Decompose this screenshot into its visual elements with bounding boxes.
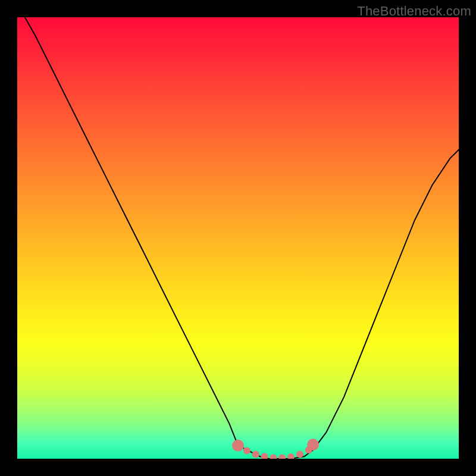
marker-dot	[243, 447, 250, 455]
chart-frame: TheBottleneck.com	[0, 0, 476, 476]
curve-layer	[17, 17, 459, 459]
marker-dot	[261, 453, 268, 459]
marker-dot	[252, 451, 259, 458]
marker-dot	[287, 453, 295, 459]
watermark-text: TheBottleneck.com	[357, 4, 471, 19]
marker-dot	[307, 439, 319, 450]
marker-dot	[232, 440, 244, 452]
bottleneck-curve-path	[17, 17, 459, 459]
marker-dot	[278, 455, 286, 459]
plot-area	[17, 17, 459, 459]
marker-dot	[296, 451, 303, 458]
marker-dot	[270, 455, 277, 459]
